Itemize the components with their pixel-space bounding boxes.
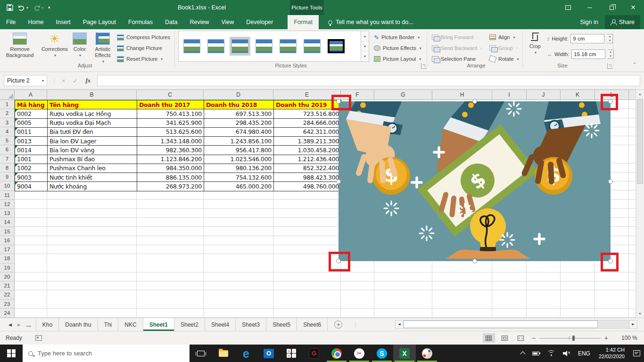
sheet-overflow[interactable]: ... bbox=[26, 321, 31, 328]
table-header-row[interactable]: Mã hàngTên hàngDoanh thu 2017Doanh thu 2… bbox=[15, 100, 341, 109]
row-header-18[interactable]: 18 bbox=[0, 254, 14, 263]
picture-border-button[interactable]: ✎Picture Border▾ bbox=[374, 32, 420, 42]
taskbar-snipping-tool[interactable]: ✂ bbox=[348, 345, 371, 362]
row-header-8[interactable]: 8 bbox=[0, 164, 14, 173]
row-header-9[interactable]: 9 bbox=[0, 173, 14, 181]
normal-view-button[interactable] bbox=[483, 333, 495, 343]
language-indicator[interactable]: ENG bbox=[574, 345, 594, 362]
align-button[interactable]: Align▾ bbox=[489, 32, 515, 42]
bring-forward-button[interactable]: Bring Forward▾ bbox=[432, 32, 479, 42]
name-box-dropdown-icon[interactable]: ▾ bbox=[42, 79, 44, 83]
wifi-icon[interactable] bbox=[543, 345, 559, 362]
height-input[interactable] bbox=[570, 34, 604, 43]
cancel-icon[interactable]: × bbox=[62, 77, 66, 84]
column-header-J[interactable]: J bbox=[527, 90, 561, 99]
row-header-10[interactable]: 10 bbox=[0, 181, 14, 190]
ribbon-display-options-button[interactable]: ↑ bbox=[557, 0, 579, 15]
embedded-picture[interactable]: $ $ bbox=[339, 101, 611, 261]
table-row[interactable]: 0014Bia lon ĐV vàng982.360.300956.417.80… bbox=[15, 146, 341, 155]
new-sheet-button[interactable]: + bbox=[334, 321, 342, 329]
selection-handle[interactable] bbox=[472, 99, 477, 104]
picture-style-thumbnail-4[interactable] bbox=[254, 37, 274, 56]
row-header-15[interactable]: 15 bbox=[0, 227, 14, 236]
picture-style-thumbnail-5[interactable] bbox=[278, 37, 298, 56]
group-button[interactable]: Group▾ bbox=[489, 43, 518, 53]
table-row[interactable]: 0013Bia lon ĐV Lager1.343.148.0001.243.8… bbox=[15, 137, 341, 146]
redo-icon[interactable]: ▾ bbox=[33, 5, 43, 11]
formula-input[interactable] bbox=[97, 75, 640, 86]
row-header-19[interactable]: 19 bbox=[0, 263, 14, 272]
enter-icon[interactable]: ✓ bbox=[73, 77, 78, 84]
column-header-D[interactable]: D bbox=[204, 90, 273, 99]
collapse-ribbon-icon[interactable]: ⌃ bbox=[633, 62, 636, 67]
row-headers[interactable]: 123456789101112131415161718192021222324 bbox=[0, 100, 15, 318]
remove-background-button[interactable]: Remove Background bbox=[5, 31, 35, 68]
zoom-out-button[interactable]: − bbox=[532, 334, 536, 342]
picture-style-thumbnail-1[interactable] bbox=[182, 37, 202, 56]
tab-page-layout[interactable]: Page Layout bbox=[77, 15, 122, 29]
tab-developer[interactable]: Developer bbox=[240, 15, 279, 29]
picture-layout-button[interactable]: Picture Layout▾ bbox=[374, 54, 421, 64]
picture-style-thumbnail-7[interactable] bbox=[326, 37, 347, 56]
table-row[interactable]: 9003Nước tinh khiết886.135.000754.132.60… bbox=[15, 173, 341, 182]
tab-format[interactable]: Format bbox=[288, 15, 319, 29]
table-row[interactable]: 1002Pushmax Chanh leo984.350.000980.136.… bbox=[15, 164, 341, 173]
row-header-21[interactable]: 21 bbox=[0, 281, 14, 290]
zoom-slider[interactable] bbox=[539, 338, 601, 338]
taskbar-outlook[interactable]: O bbox=[257, 345, 280, 362]
sheet-tab-nkc[interactable]: NKC bbox=[118, 318, 143, 331]
row-header-20[interactable]: 20 bbox=[0, 272, 14, 281]
row-header-23[interactable]: 23 bbox=[0, 300, 14, 309]
column-header-I[interactable]: I bbox=[492, 90, 527, 99]
minimize-button[interactable] bbox=[579, 0, 601, 15]
column-header-C[interactable]: C bbox=[137, 90, 204, 99]
vertical-scroll-thumb[interactable] bbox=[637, 99, 643, 184]
row-header-1[interactable]: 1 bbox=[0, 100, 14, 109]
row-header-5[interactable]: 5 bbox=[0, 136, 14, 145]
tab-insert[interactable]: Insert bbox=[50, 15, 77, 29]
row-header-17[interactable]: 17 bbox=[0, 245, 14, 254]
column-header-A[interactable]: A bbox=[15, 90, 47, 99]
row-header-3[interactable]: 3 bbox=[0, 118, 14, 127]
column-header-B[interactable]: B bbox=[47, 90, 137, 99]
selection-handle[interactable] bbox=[472, 259, 477, 263]
tab-review[interactable]: Review bbox=[183, 15, 215, 29]
restore-button[interactable] bbox=[601, 0, 622, 15]
taskbar-file-explorer[interactable] bbox=[212, 345, 235, 362]
start-button[interactable] bbox=[0, 345, 23, 362]
tab-formulas[interactable]: Formulas bbox=[122, 15, 159, 29]
selection-handle[interactable] bbox=[336, 179, 341, 184]
data-table[interactable]: Mã hàngTên hàngDoanh thu 2017Doanh thu 2… bbox=[15, 100, 341, 191]
taskbar-excel[interactable]: X bbox=[393, 345, 416, 362]
row-header-2[interactable]: 2 bbox=[0, 109, 14, 118]
sheet-nav-right-icon[interactable]: ▶ bbox=[17, 322, 21, 327]
size-dialog-launcher[interactable] bbox=[607, 63, 613, 69]
taskbar-unikey[interactable]: uin bbox=[280, 345, 303, 362]
taskbar-search[interactable]: Type here to search bbox=[23, 345, 190, 362]
sheet-nav-left-icon[interactable]: ◀ bbox=[8, 322, 12, 327]
close-button[interactable]: × bbox=[622, 0, 644, 15]
page-break-view-button[interactable] bbox=[515, 333, 527, 343]
sheet-tab-sheet4[interactable]: Sheet4 bbox=[205, 318, 236, 331]
horizontal-scrollbar[interactable]: ◀ ▶ bbox=[395, 320, 637, 329]
column-header-E[interactable]: E bbox=[273, 90, 341, 99]
zoom-level[interactable]: 100 % bbox=[615, 335, 637, 341]
picture-style-thumbnail-2[interactable] bbox=[206, 37, 226, 56]
taskbar-chrome[interactable] bbox=[325, 345, 348, 362]
table-row[interactable]: 9004Nước khoáng268.973.200465.000.200498… bbox=[15, 182, 341, 191]
save-icon[interactable] bbox=[7, 4, 13, 11]
sheet-tab-sheet6[interactable]: Sheet6 bbox=[297, 318, 328, 331]
sign-in-link[interactable]: Sign in bbox=[580, 19, 598, 25]
row-header-14[interactable]: 14 bbox=[0, 218, 14, 227]
zoom-slider-thumb[interactable] bbox=[572, 336, 575, 341]
task-view-button[interactable] bbox=[190, 345, 212, 362]
action-center-icon[interactable] bbox=[629, 345, 644, 362]
customize-qat-icon[interactable]: ▾ bbox=[48, 5, 50, 10]
sheet-tab-sheet3[interactable]: Sheet3 bbox=[236, 318, 266, 331]
volume-muted-icon[interactable]: × bbox=[559, 345, 574, 362]
picture-style-thumbnail-3[interactable] bbox=[230, 37, 250, 56]
reset-picture-button[interactable]: Reset Picture▾ bbox=[117, 54, 163, 64]
horizontal-scroll-thumb[interactable] bbox=[404, 321, 598, 328]
tab-data[interactable]: Data bbox=[159, 15, 183, 29]
row-header-24[interactable]: 24 bbox=[0, 309, 14, 318]
